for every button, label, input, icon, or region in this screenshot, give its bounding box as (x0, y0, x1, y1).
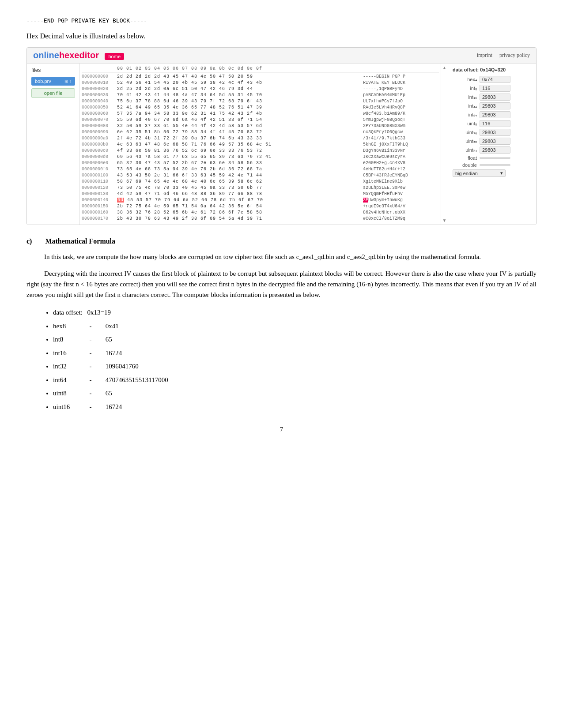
hex-row-ascii: 5YmIgpwjF0BQ3oqT (359, 117, 439, 123)
hex-row-addr: 0000000010 (82, 80, 117, 86)
dropdown-arrow-icon: ▾ (500, 170, 503, 176)
hex-row-addr: 0000000070 (82, 117, 117, 123)
hex-data-row: 00000000002d 2d 2d 2d 2d 43 45 47 48 4e … (82, 74, 439, 80)
hex-row-ascii: pABCADHAG4mMU1Ep (359, 92, 439, 98)
bytes-header: 00 01 02 03 04 05 06 07 08 09 0a 0b 0c 0… (117, 66, 359, 71)
hex-data-row: 000000010043 53 43 50 2c 31 66 6f 33 63 … (82, 173, 439, 179)
hex-row-ascii: /3r4l//9.7kthC33 (359, 135, 439, 142)
hex-row-bytes: 58 67 69 74 65 4e 4c 68 4e 40 6e 65 39 5… (117, 179, 359, 185)
hex-data-row: 00000000202d 25 2d 2d 2d 0a 6c 51 50 47 … (82, 86, 439, 92)
section-c-title: Mathematical Formula (45, 237, 115, 245)
bullet-value: 0x13=19 (87, 306, 111, 319)
hex-row-ascii: 4eHuTT82u+H4r+f2 (359, 166, 439, 173)
section-c-paragraph1: In this task, we are compute the how man… (26, 251, 537, 262)
hex-field-label: uint₃₂ (453, 139, 477, 144)
bullet-item: uint16- 16724 (53, 401, 537, 413)
hex-field-label: uint₁₆ (453, 130, 477, 135)
hex-field-row: uint₈116 (453, 120, 532, 127)
hex-row-ascii: 862v4HeNHer.obXX (359, 210, 439, 216)
nav-privacy[interactable]: privacy policy (499, 52, 530, 59)
hex-editor-logo: onlinehexeditor home (33, 50, 124, 60)
hex-scrollbar[interactable]: ▲ ▼ (441, 64, 448, 225)
section-c-label: c) (26, 237, 32, 245)
hex-field-row: double (453, 162, 532, 168)
hex-row-bytes: 65 32 30 47 43 57 52 2b 67 2e 63 6e 34 5… (117, 160, 359, 166)
endian-dropdown[interactable]: big endian▾ (453, 169, 506, 177)
bullet-item: int32- 1096041760 (53, 360, 537, 373)
logo-hexeditor: hexeditor (59, 50, 99, 60)
bullet-label: hex8 (53, 320, 84, 333)
hex-row-addr: 0000000080 (82, 123, 117, 129)
bullet-value: 16724 (106, 347, 122, 360)
hex-rows-container: 00000000002d 2d 2d 2d 2d 43 45 47 48 4e … (82, 74, 439, 222)
hex-row-bytes: 75 6c 37 78 88 6d 46 39 43 79 7f 72 68 7… (117, 98, 359, 105)
bullet-value: 16724 (106, 401, 122, 413)
hex-left-sidebar: files bob.prv ⊞ ↑ open file (27, 64, 80, 225)
hex-row-bytes: 2d 2d 2d 2d 2d 43 45 47 48 4e 50 47 50 2… (117, 74, 359, 80)
file-item-bob[interactable]: bob.prv ⊞ ↑ (31, 77, 75, 86)
bullet-dash: - (84, 374, 97, 387)
addr-header (82, 66, 117, 71)
hex-data-row: 000000012073 50 75 4c 78 70 33 49 45 45 … (82, 185, 439, 191)
hex-data-row: 000000016038 36 32 76 28 52 65 6b 4e 61 … (82, 210, 439, 216)
hex-row-bytes: 2b 72 75 64 4e 59 65 71 54 0a 64 42 36 5… (117, 203, 359, 210)
hex-field-label: float (453, 155, 477, 161)
hex-field-value: 116 (480, 120, 510, 127)
hex-data-row: 000000005052 41 64 49 65 35 4c 36 65 77 … (82, 105, 439, 111)
hex-row-addr: 0000000030 (82, 92, 117, 98)
hex-field-row: int₈116 (453, 85, 532, 92)
bullet-dash: - (84, 401, 97, 413)
hex-row-addr: 00000000b0 (82, 142, 117, 148)
home-button[interactable]: home (105, 53, 124, 60)
hex-field-value: 29803 (480, 94, 510, 101)
scroll-down-arrow[interactable]: ▼ (442, 218, 447, 223)
hex-column-header: 00 01 02 03 04 05 06 07 08 09 0a 0b 0c 0… (82, 66, 439, 73)
hex-row-ascii: RIVATE KEY BLOCK (359, 80, 439, 86)
bullet-label: int8 (53, 333, 84, 346)
hex-data-row: 000000003070 41 42 43 41 44 48 4a 47 34 … (82, 92, 439, 98)
hex-row-bytes: 25 59 6d 49 67 70 6d 6a 46 4f 42 51 33 6… (117, 117, 359, 123)
hex-data-row: 00000000c04f 33 6e 59 81 36 76 52 6c 69 … (82, 148, 439, 154)
scroll-up-arrow[interactable]: ▲ (442, 65, 447, 70)
hex-data-row: 000000001052 49 56 41 54 45 20 4b 45 59 … (82, 80, 439, 86)
hex-row-bytes: 69 56 43 7a 58 61 77 63 55 65 65 39 73 6… (117, 154, 359, 160)
hex-data-row: 00000001304d 42 59 47 71 6d 46 66 48 88 … (82, 191, 439, 197)
open-file-button[interactable]: open file (31, 88, 75, 98)
hex-row-bytes: 73 50 75 4c 78 70 33 49 45 45 0a 33 73 5… (117, 185, 359, 191)
bullet-label: int64 (53, 374, 84, 387)
hex-row-bytes: 52 41 64 49 65 35 4c 36 65 77 48 52 76 5… (117, 105, 359, 111)
hex-data-row: 000000007025 59 6d 49 67 70 6d 6a 46 4f … (82, 117, 439, 123)
hex-row-ascii: w8cf483.b1Am89/K (359, 111, 439, 117)
hex-row-bytes: 43 53 43 50 2c 31 66 6f 33 63 45 59 42 4… (117, 173, 359, 179)
hex-row-ascii: #C0xcCI/8oiTZM9q (359, 216, 439, 222)
hex-row-addr: 00000000a0 (82, 135, 117, 142)
hex-field-label: hex₄ (453, 77, 477, 83)
bullet-item: int64- 4707463515513117000 (53, 374, 537, 387)
hex-field-label: uint₈ (453, 121, 477, 127)
ascii-header (359, 66, 439, 71)
nav-imprint[interactable]: imprint (477, 52, 492, 59)
hex-row-bytes: 4e 63 63 47 48 6e 68 58 71 76 66 49 57 3… (117, 142, 359, 148)
hex-data-row: 000000008032 50 59 37 33 61 55 4e 44 4f … (82, 123, 439, 129)
hex-row-bytes: 6e 62 35 51 8b 50 72 79 88 34 4f 4f 45 7… (117, 129, 359, 135)
hex-data-row: 00000000b04e 63 63 47 48 6e 68 58 71 76 … (82, 142, 439, 148)
hex-data-row: 00000000d069 56 43 7a 58 61 77 63 55 65 … (82, 154, 439, 160)
hex-field-value: 29803 (480, 138, 510, 145)
hex-row-addr: 00000000d0 (82, 154, 117, 160)
section-c: c) Mathematical Formula In this task, we… (26, 237, 537, 413)
hex-field-label: int₆₄ (453, 112, 477, 118)
hex-row-addr: 00000000c0 (82, 148, 117, 154)
hex-editor-navbar: onlinehexeditor home imprint privacy pol… (27, 48, 536, 64)
hex-row-bytes: 38 36 32 76 28 52 65 6b 4e 61 72 86 6f 7… (117, 210, 359, 216)
hex-row-bytes: 2f 4e 72 4b 31 72 2f 39 0a 37 6b 74 6b 4… (117, 135, 359, 142)
hex-editor-widget: onlinehexeditor home imprint privacy pol… (26, 47, 537, 225)
hex-field-value (480, 157, 510, 159)
hex-row-addr: 0000000130 (82, 191, 117, 197)
files-label: files (31, 67, 75, 73)
hex-row-addr: 0000000120 (82, 185, 117, 191)
hex-row-addr: 0000000110 (82, 179, 117, 185)
hex-row-bytes: 2d 25 2d 2d 2d 0a 6c 51 50 47 42 46 79 3… (117, 86, 359, 92)
bullet-value: 4707463515513117000 (106, 374, 168, 387)
hex-data-row: 00000001702b 43 30 78 63 43 49 2f 38 6f … (82, 216, 439, 222)
bullet-label: int16 (53, 347, 84, 360)
